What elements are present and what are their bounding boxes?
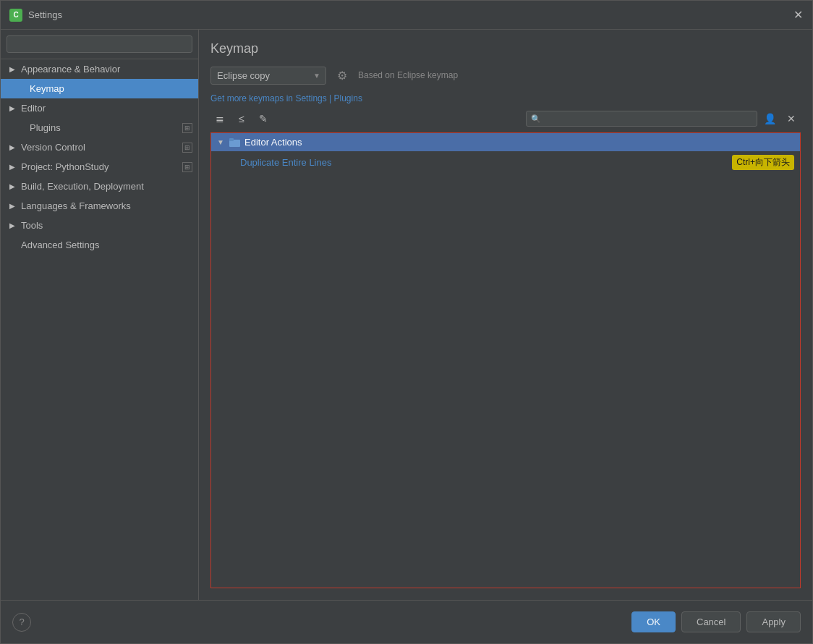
close-button[interactable]: ✕	[792, 9, 804, 21]
arrow-icon: ▶	[9, 163, 18, 171]
sidebar-item-plugins[interactable]: Plugins ⊞	[1, 118, 198, 137]
sidebar-item-label: Version Control	[21, 142, 85, 153]
svg-rect-1	[229, 138, 234, 141]
sidebar-item-label: Languages & Frameworks	[21, 200, 131, 211]
dialog-title: Settings	[28, 9, 792, 20]
sidebar-item-label: Appearance & Behavior	[21, 64, 120, 75]
nav-items: ▶ Appearance & Behavior Keymap ▶ Editor …	[1, 59, 198, 600]
title-bar: C Settings ✕	[1, 1, 812, 30]
clear-filter-button[interactable]: ✕	[782, 109, 801, 128]
user-icon-button[interactable]: 👤	[760, 109, 779, 128]
gear-button[interactable]: ⚙	[332, 65, 352, 85]
app-icon: C	[9, 9, 22, 22]
sidebar-item-languages[interactable]: ▶ Languages & Frameworks	[1, 196, 198, 216]
edit-button[interactable]: ✎	[254, 109, 273, 128]
sidebar-search-input[interactable]	[7, 35, 192, 53]
apply-button[interactable]: Apply	[746, 611, 801, 632]
arrow-icon: ▶	[9, 182, 18, 190]
tree-item-label: Editor Actions	[244, 137, 794, 148]
keymap-select[interactable]: Eclipse copy Default Visual Studio macOS	[210, 67, 326, 85]
based-on-label: Based on Eclipse keymap	[358, 70, 458, 80]
sidebar-item-advanced[interactable]: Advanced Settings	[1, 235, 198, 255]
sidebar-item-editor[interactable]: ▶ Editor	[1, 98, 198, 118]
bottom-bar: ? OK Cancel Apply	[1, 600, 812, 643]
tree-row-editor-actions[interactable]: ▼ Editor Actions	[211, 133, 800, 151]
help-button[interactable]: ?	[12, 613, 31, 632]
sidebar-item-label: Keymap	[30, 83, 64, 94]
cancel-button[interactable]: Cancel	[681, 611, 741, 632]
arrow-icon: ▶	[9, 143, 18, 151]
version-control-badge-icon: ⊞	[182, 143, 192, 153]
content-area: Keymap Eclipse copy Default Visual Studi…	[199, 30, 812, 600]
sidebar-item-label: Project: PythonStudy	[21, 161, 108, 172]
tree-toggle-icon: ▼	[217, 138, 229, 146]
collapse-all-button[interactable]: ≤	[232, 109, 251, 128]
filter-search-input[interactable]	[526, 111, 757, 127]
shortcut-badge: Ctrl+向下箭头	[732, 155, 794, 170]
filter-search-wrapper: 🔍	[526, 111, 757, 127]
plugin-badge-icon: ⊞	[182, 123, 192, 133]
keymap-select-wrapper: Eclipse copy Default Visual Studio macOS…	[210, 67, 326, 85]
arrow-icon: ▶	[9, 104, 18, 112]
filter-search-icon: 🔍	[531, 114, 541, 124]
arrow-icon: ▶	[9, 202, 18, 210]
arrow-icon: ▶	[9, 221, 18, 229]
sidebar-item-appearance[interactable]: ▶ Appearance & Behavior	[1, 59, 198, 79]
page-title: Keymap	[210, 41, 258, 56]
keymap-controls: Eclipse copy Default Visual Studio macOS…	[210, 65, 801, 85]
project-badge-icon: ⊞	[182, 162, 192, 172]
action-toolbar: ≣ ≤ ✎ 🔍 👤 ✕	[210, 109, 801, 128]
sidebar-item-label: Editor	[21, 103, 46, 114]
sidebar-item-label: Build, Execution, Deployment	[21, 181, 144, 192]
folder-icon	[229, 137, 242, 148]
tree-child-label: Duplicate Entire Lines	[240, 157, 732, 168]
tree-row-duplicate-lines[interactable]: Duplicate Entire Lines Ctrl+向下箭头	[211, 151, 800, 174]
sidebar-item-label: Plugins	[30, 122, 61, 133]
sidebar-item-project[interactable]: ▶ Project: PythonStudy ⊞	[1, 157, 198, 177]
ok-button[interactable]: OK	[631, 611, 676, 632]
sidebar-search-bar: 🔍	[1, 30, 198, 59]
sidebar-item-tools[interactable]: ▶ Tools	[1, 216, 198, 235]
sidebar-item-label: Tools	[21, 220, 43, 231]
content-header: Keymap	[210, 41, 801, 56]
arrow-icon: ▶	[9, 65, 18, 73]
sidebar-item-build[interactable]: ▶ Build, Execution, Deployment	[1, 177, 198, 196]
get-more-link[interactable]: Get more keymaps in Settings | Plugins	[210, 93, 801, 103]
sidebar-item-version-control[interactable]: ▶ Version Control ⊞	[1, 137, 198, 157]
sidebar: 🔍 ▶ Appearance & Behavior Keymap ▶	[1, 30, 199, 600]
sidebar-item-label: Advanced Settings	[21, 240, 99, 250]
expand-all-button[interactable]: ≣	[210, 109, 229, 128]
sidebar-item-keymap[interactable]: Keymap	[1, 79, 198, 98]
keymap-tree[interactable]: ▼ Editor Actions Duplicate Entire Lines …	[210, 132, 801, 588]
